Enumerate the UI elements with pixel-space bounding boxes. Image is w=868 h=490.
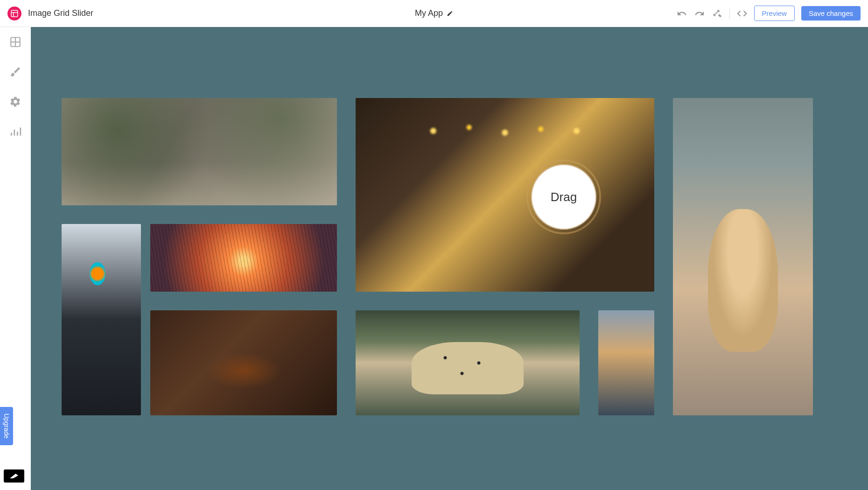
save-changes-button[interactable]: Save changes: [801, 6, 861, 21]
grid-tile-group-photo[interactable]: [62, 98, 337, 205]
grid-tile-skis[interactable]: [62, 224, 141, 415]
plugin-title: Image Grid Slider: [28, 8, 93, 18]
slider-drag-control[interactable]: Drag: [531, 189, 571, 205]
topbar-right: Preview Save changes: [676, 6, 861, 21]
grid-tile-airplane[interactable]: [598, 310, 654, 415]
topbar-left: Image Grid Slider: [7, 7, 93, 21]
gear-icon[interactable]: [9, 95, 22, 108]
redo-icon[interactable]: [694, 8, 705, 19]
editor-canvas[interactable]: Drag: [31, 27, 868, 490]
grid-view-icon[interactable]: [9, 35, 22, 49]
grid-tile-dinner-toast[interactable]: [356, 98, 654, 292]
topbar-center: My App: [415, 8, 453, 18]
svg-rect-0: [11, 10, 18, 17]
brush-icon[interactable]: [9, 65, 22, 78]
hammer-icon[interactable]: [712, 8, 723, 19]
toolbar-divider: [729, 8, 730, 19]
undo-icon[interactable]: [676, 8, 687, 19]
grid-tile-dog[interactable]: [673, 98, 813, 415]
image-grid-slider[interactable]: [62, 98, 805, 415]
analytics-icon[interactable]: [9, 125, 22, 138]
edit-app-name-icon[interactable]: [447, 10, 453, 17]
grid-tile-leopard[interactable]: [356, 310, 580, 415]
upgrade-tab[interactable]: Upgrade: [0, 407, 13, 445]
plugin-logo-icon: [7, 7, 21, 21]
preview-button[interactable]: Preview: [754, 6, 795, 21]
grid-tile-wine[interactable]: [150, 310, 337, 415]
grid-tile-sunset[interactable]: [150, 224, 337, 292]
drag-circle[interactable]: Drag: [531, 164, 596, 230]
corner-badge-icon[interactable]: [4, 469, 24, 483]
top-bar: Image Grid Slider My App Preview Save ch…: [0, 0, 868, 27]
drag-ring: [526, 160, 601, 234]
app-name: My App: [415, 8, 443, 18]
code-icon[interactable]: [736, 8, 748, 19]
